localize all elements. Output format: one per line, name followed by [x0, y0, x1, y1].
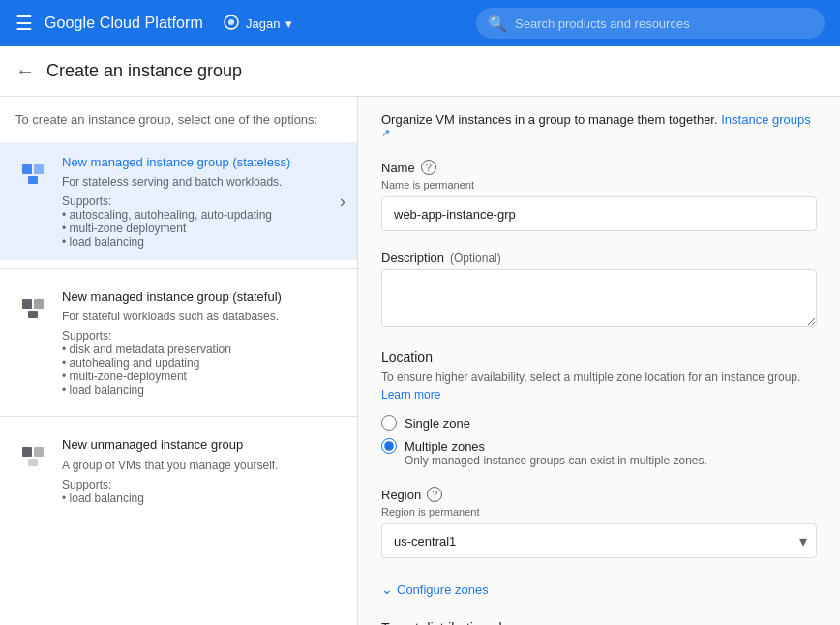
svg-rect-5 [22, 299, 32, 309]
stateless-content: New managed instance group (stateless) F… [62, 154, 342, 249]
stateless-support-2: • load balancing [62, 235, 144, 249]
svg-rect-2 [22, 164, 32, 174]
stateful-support-3: • load balancing [62, 383, 144, 397]
name-label: Name ? [381, 160, 817, 175]
right-panel-intro: Organize VM instances in a group to mana… [381, 112, 817, 144]
target-dist-title: Target distribution shape [381, 620, 817, 625]
stateful-supports: Supports: • disk and metadata preservati… [62, 329, 342, 397]
name-section: Name ? Name is permanent [381, 160, 817, 231]
stateless-title: New managed instance group (stateless) [62, 154, 342, 171]
project-chevron-icon: ▾ [285, 16, 292, 31]
location-section: Location To ensure higher availability, … [381, 349, 817, 467]
region-section: Region ? Region is permanent us-central1… [381, 487, 817, 558]
back-button[interactable]: ← [15, 60, 35, 82]
stateful-icon [15, 290, 50, 325]
description-input[interactable] [381, 269, 817, 327]
stateful-content: New managed instance group (stateful) Fo… [62, 288, 342, 397]
stateful-desc: For stateful workloads such as databases… [62, 310, 342, 323]
page-header: ← Create an instance group [0, 46, 840, 97]
top-navigation: ☰ Google Cloud Platform Jagan ▾ 🔍 [0, 0, 840, 46]
stateless-supports: Supports: • autoscaling, autohealing, au… [62, 194, 342, 249]
option-stateless[interactable]: New managed instance group (stateless) F… [0, 142, 357, 260]
region-sublabel: Region is permanent [381, 506, 817, 518]
description-section: Description (Optional) [381, 251, 817, 330]
unmanaged-supports-label: Supports: [62, 478, 111, 491]
learn-more-link[interactable]: Learn more [381, 388, 440, 402]
back-arrow-icon: ← [15, 60, 35, 82]
stateless-support-0: • autoscaling, autohealing, auto-updatin… [62, 208, 272, 222]
multiple-zones-radio[interactable] [381, 438, 397, 454]
multiple-zones-note: Only managed instance groups can exist i… [405, 454, 817, 467]
left-panel: To create an instance group, select one … [0, 97, 358, 625]
stateful-support-2: • multi-zone-deployment [62, 370, 187, 383]
right-panel: Organize VM instances in a group to mana… [358, 97, 840, 625]
option-unmanaged[interactable]: New unmanaged instance group A group of … [0, 425, 357, 516]
single-zone-label[interactable]: Single zone [381, 415, 817, 431]
stateless-support-1: • multi-zone deployment [62, 222, 186, 235]
project-selector[interactable]: Jagan ▾ [223, 14, 292, 34]
single-zone-radio[interactable] [381, 415, 397, 431]
project-name: Jagan [246, 16, 280, 31]
svg-rect-9 [34, 447, 44, 457]
description-label: Description (Optional) [381, 251, 817, 265]
stateless-chevron-icon: › [340, 192, 345, 212]
region-select-wrapper: us-central1 us-east1 us-west1 europe-wes… [381, 523, 817, 558]
region-select[interactable]: us-central1 us-east1 us-west1 europe-wes… [381, 523, 817, 558]
unmanaged-support-0: • load balancing [62, 491, 144, 505]
name-help-icon[interactable]: ? [421, 160, 436, 175]
single-zone-text: Single zone [405, 416, 470, 431]
location-desc: To ensure higher availability, select a … [381, 369, 817, 403]
svg-rect-10 [28, 459, 38, 466]
name-input[interactable] [381, 196, 817, 231]
main-layout: To create an instance group, select one … [0, 97, 840, 625]
stateful-support-1: • autohealing and updating [62, 356, 199, 370]
multiple-zones-text: Multiple zones [405, 439, 485, 454]
location-title: Location [381, 349, 817, 365]
configure-zones-section: ⌄ Configure zones [381, 578, 817, 601]
search-bar[interactable]: 🔍 [476, 8, 825, 39]
svg-rect-8 [22, 447, 32, 457]
stateless-icon [15, 156, 50, 191]
target-distribution-section: Target distribution shape You can set ta… [381, 620, 817, 625]
stateless-desc: For stateless serving and batch workload… [62, 175, 342, 189]
region-help-icon[interactable]: ? [427, 487, 442, 502]
option-stateful[interactable]: New managed instance group (stateful) Fo… [0, 277, 357, 408]
description-optional: (Optional) [450, 252, 501, 265]
page-title: Create an instance group [46, 61, 242, 81]
svg-rect-6 [34, 299, 44, 309]
search-icon: 🔍 [488, 15, 507, 33]
svg-rect-7 [28, 311, 38, 318]
project-icon [223, 14, 240, 34]
search-input[interactable] [515, 16, 813, 31]
hamburger-menu-icon[interactable]: ☰ [15, 12, 33, 35]
name-sublabel: Name is permanent [381, 179, 817, 191]
location-radio-group: Single zone Multiple zones Only managed … [381, 415, 817, 467]
stateful-supports-label: Supports: [62, 329, 111, 342]
svg-rect-4 [28, 176, 38, 184]
divider-2 [0, 416, 357, 417]
multiple-zones-option: Multiple zones Only managed instance gro… [381, 438, 817, 467]
stateful-title: New managed instance group (stateful) [62, 288, 342, 306]
stateful-support-0: • disk and metadata preservation [62, 342, 231, 356]
divider-1 [0, 268, 357, 269]
unmanaged-title: New unmanaged instance group [62, 436, 342, 454]
svg-rect-3 [34, 164, 44, 174]
configure-zones-button[interactable]: ⌄ Configure zones [381, 578, 489, 601]
unmanaged-icon [15, 438, 50, 473]
unmanaged-content: New unmanaged instance group A group of … [62, 436, 342, 504]
svg-point-1 [228, 19, 234, 25]
app-logo: Google Cloud Platform [45, 15, 203, 32]
multiple-zones-label[interactable]: Multiple zones [381, 438, 817, 454]
unmanaged-desc: A group of VMs that you manage yourself. [62, 459, 342, 472]
single-zone-option: Single zone [381, 415, 817, 431]
unmanaged-supports: Supports: • load balancing [62, 478, 342, 505]
region-label: Region ? [381, 487, 817, 502]
external-link-icon: ↗ [381, 127, 390, 138]
configure-zones-expand-icon: ⌄ [381, 581, 393, 597]
left-panel-intro: To create an instance group, select one … [0, 112, 357, 142]
supports-label: Supports: [62, 194, 111, 208]
